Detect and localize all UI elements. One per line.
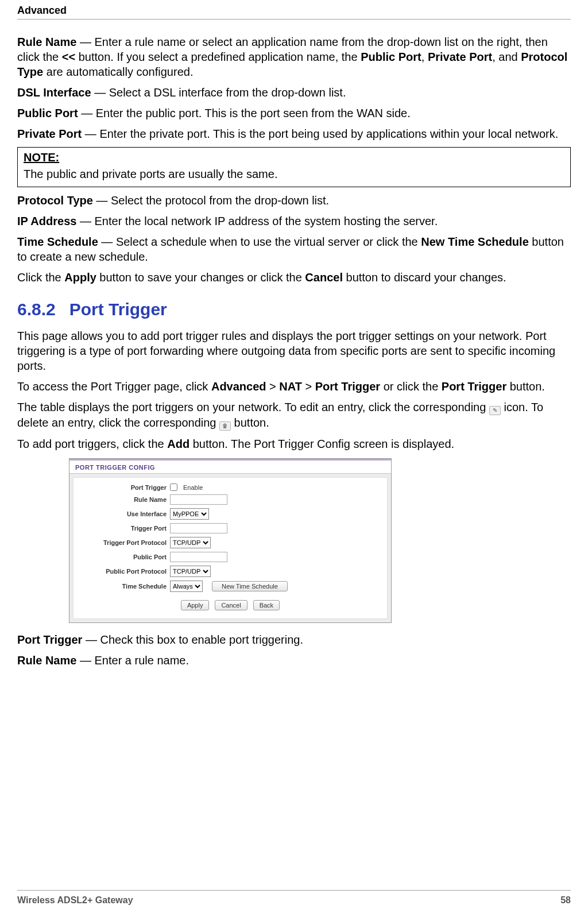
- bold-1: New Time Schedule: [421, 235, 528, 248]
- back-button[interactable]: Back: [253, 600, 280, 610]
- checkbox-label: Enable: [183, 484, 203, 491]
- panel-title: PORT TRIGGER CONFIG: [69, 459, 391, 474]
- text: — Select a schedule when to use the virt…: [98, 235, 421, 248]
- edit-icon: ✎: [489, 406, 501, 415]
- crumb-2: NAT: [279, 380, 302, 393]
- label: Rule Name: [17, 36, 76, 48]
- text: To add port triggers, click the: [17, 438, 167, 450]
- row-public-port: Public Port: [80, 552, 380, 562]
- text: button. The Port Trigger Config screen i…: [189, 438, 454, 450]
- apply-button[interactable]: Apply: [181, 600, 210, 610]
- trigger-access: To access the Port Trigger page, click A…: [17, 379, 571, 394]
- def-dsl-interface: DSL Interface — Select a DSL interface f…: [17, 85, 571, 100]
- note-label: NOTE:: [24, 151, 564, 164]
- label: Public Port Protocol: [80, 568, 167, 575]
- label: Port Trigger: [80, 484, 167, 491]
- text: To access the Port Trigger page, click: [17, 380, 211, 393]
- bold-2: Cancel: [305, 271, 343, 284]
- use-interface-select[interactable]: MyPPOE: [170, 508, 209, 520]
- sep: ,: [421, 51, 428, 63]
- label: Trigger Port Protocol: [80, 539, 167, 546]
- section-title: Port Trigger: [69, 300, 167, 319]
- text: — Enter the public port. This is the por…: [78, 107, 411, 119]
- text: button.: [231, 416, 269, 429]
- text: or click the: [380, 380, 442, 393]
- trigger-add: To add port triggers, click the Add butt…: [17, 436, 571, 451]
- footer-page: 58: [560, 895, 571, 906]
- note-text: The public and private ports are usually…: [24, 168, 564, 181]
- label: Rule Name: [80, 496, 167, 503]
- def-public-port: Public Port — Enter the public port. Thi…: [17, 106, 571, 121]
- text: are automatically configured.: [43, 65, 193, 78]
- port-trigger-config-panel: PORT TRIGGER CONFIG Port Trigger Enable …: [69, 458, 392, 623]
- sep: >: [302, 380, 315, 393]
- panel-body: Port Trigger Enable Rule Name Use Interf…: [73, 477, 388, 619]
- text: The table displays the port triggers on …: [17, 401, 489, 413]
- label: Time Schedule: [80, 583, 167, 590]
- label: Public Port: [80, 554, 167, 560]
- trigger-proto-select[interactable]: TCP/UDP: [170, 537, 211, 548]
- def-private-port: Private Port — Enter the private port. T…: [17, 126, 571, 141]
- page-header: Advanced: [17, 5, 571, 20]
- bold-2: Private Port: [428, 51, 492, 63]
- text: — Check this box to enable port triggeri…: [82, 633, 303, 646]
- def-apply-cancel: Click the Apply button to save your chan…: [17, 270, 571, 285]
- label: Port Trigger: [17, 633, 82, 646]
- delete-icon: 🗑: [219, 421, 231, 431]
- row-port-trigger: Port Trigger Enable: [80, 483, 380, 491]
- crumb-3: Port Trigger: [315, 380, 380, 393]
- note-box: NOTE: The public and private ports are u…: [17, 147, 571, 187]
- row-rule-name: Rule Name: [80, 494, 380, 505]
- text: — Enter a rule name.: [76, 654, 189, 667]
- content-area: Rule Name — Enter a rule name or select …: [17, 34, 571, 890]
- label: Time Schedule: [17, 235, 98, 248]
- page-footer: Wireless ADSL2+ Gateway 58: [17, 890, 571, 906]
- row-trigger-proto: Trigger Port Protocol TCP/UDP: [80, 537, 380, 548]
- crumb-4: Port Trigger: [442, 380, 506, 393]
- row-trigger-port: Trigger Port: [80, 523, 380, 533]
- public-proto-select[interactable]: TCP/UDP: [170, 566, 211, 577]
- label: Private Port: [17, 127, 82, 140]
- bold-1: Public Port: [361, 51, 421, 63]
- label: Public Port: [17, 107, 78, 119]
- label: Use Interface: [80, 510, 167, 517]
- time-schedule-select[interactable]: Always: [170, 581, 203, 592]
- def-rule-name: Rule Name — Enter a rule name or select …: [17, 34, 571, 79]
- footer-product: Wireless ADSL2+ Gateway: [17, 895, 133, 906]
- label: Rule Name: [17, 654, 76, 667]
- def-ip-address: IP Address — Enter the local network IP …: [17, 214, 571, 229]
- text: button to discard your changes.: [343, 271, 506, 284]
- def2-port-trigger: Port Trigger — Check this box to enable …: [17, 632, 571, 647]
- new-time-schedule-button[interactable]: New Time Schedule: [212, 581, 288, 591]
- button-row: Apply Cancel Back: [80, 595, 380, 612]
- label: Trigger Port: [80, 525, 167, 532]
- def2-rule-name: Rule Name — Enter a rule name.: [17, 653, 571, 668]
- label: DSL Interface: [17, 86, 91, 99]
- label: IP Address: [17, 215, 76, 227]
- label: Protocol Type: [17, 194, 93, 207]
- text: button.: [506, 380, 545, 393]
- sep: >: [266, 380, 280, 393]
- trigger-table: The table displays the port triggers on …: [17, 400, 571, 431]
- trigger-port-input[interactable]: [170, 523, 227, 533]
- def-time-schedule: Time Schedule — Select a schedule when t…: [17, 234, 571, 264]
- section-number: 6.8.2: [17, 300, 56, 319]
- bold-mid: <<: [62, 51, 75, 63]
- text: button. If you select a predefined appli…: [75, 51, 361, 63]
- text: button to save your changes or click the: [96, 271, 305, 284]
- row-use-interface: Use Interface MyPPOE: [80, 508, 380, 520]
- text: — Select the protocol from the drop-down…: [93, 194, 329, 207]
- bold-1: Apply: [64, 271, 96, 284]
- text: — Enter the private port. This is the po…: [82, 127, 558, 140]
- enable-checkbox[interactable]: [170, 483, 177, 491]
- section-heading: 6.8.2Port Trigger: [17, 300, 571, 319]
- text: Click the: [17, 271, 64, 284]
- def-protocol-type: Protocol Type — Select the protocol from…: [17, 193, 571, 208]
- public-port-input[interactable]: [170, 552, 227, 562]
- rule-name-input[interactable]: [170, 494, 227, 505]
- text: — Enter the local network IP address of …: [76, 215, 438, 227]
- cancel-button[interactable]: Cancel: [215, 600, 247, 610]
- sep: , and: [492, 51, 521, 63]
- text: — Select a DSL interface from the drop-d…: [91, 86, 346, 99]
- row-time-schedule: Time Schedule Always New Time Schedule: [80, 581, 380, 592]
